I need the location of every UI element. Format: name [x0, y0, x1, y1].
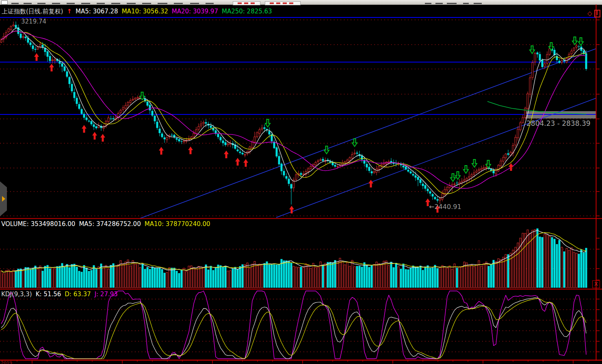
split-screen-icon[interactable] — [594, 10, 600, 17]
kdj-panel-header: KDJ(9,3,3) K: 51.56 D: 63.37 J: 27.93 — [1, 291, 118, 298]
kdj-k-value: K: 51.56 — [36, 291, 61, 298]
volume-panel-header: VOLUME: 353498016.00 MA5: 374286752.00 M… — [1, 220, 210, 228]
ma10-value: MA10: 3056.32 — [122, 8, 168, 15]
ma5-value: MA5: 3067.28 — [76, 8, 118, 15]
ma20-value: MA20: 3039.97 — [172, 8, 218, 15]
kdj-j-value: J: 27.93 — [95, 291, 118, 298]
symbol-title: 上证指数(日线.前复权) — [2, 8, 63, 15]
kdj-d-value: D: 63.37 — [65, 291, 91, 298]
volume-value: VOLUME: 353498016.00 — [1, 220, 75, 228]
ma250-value: MA250: 2825.63 — [222, 8, 272, 15]
sidebar-expander-tab[interactable] — [0, 181, 7, 216]
gap-range-label: 2804.23 - 2838.39 — [526, 119, 591, 127]
trough-price-label: ←2440.91 — [429, 203, 461, 211]
diamond-icon[interactable]: ◇ — [587, 11, 592, 17]
expand-arrow-icon — [2, 196, 5, 202]
date-axis-label: 2019 — [1, 360, 12, 364]
price-panel-header: 上证指数(日线.前复权) ↑ MA5: 3067.28 MA10: 3056.3… — [2, 8, 272, 15]
trading-app-window: 上证指数(日线.前复权) ↑ MA5: 3067.28 MA10: 3056.3… — [0, 0, 602, 364]
up-arrow-icon: ↑ — [67, 8, 72, 15]
indicator-close-button[interactable]: X — [592, 280, 600, 288]
kdj-name: KDJ(9,3,3) — [1, 291, 32, 298]
volume-ma10-value: MA10: 378770240.00 — [145, 220, 210, 228]
volume-ma5-value: MA5: 374286752.00 — [79, 220, 141, 228]
peak-price-label: 3219.74 — [21, 18, 46, 25]
candlestick-chart-canvas[interactable] — [0, 0, 602, 364]
panel-corner-icons: ◇ — [587, 10, 600, 17]
